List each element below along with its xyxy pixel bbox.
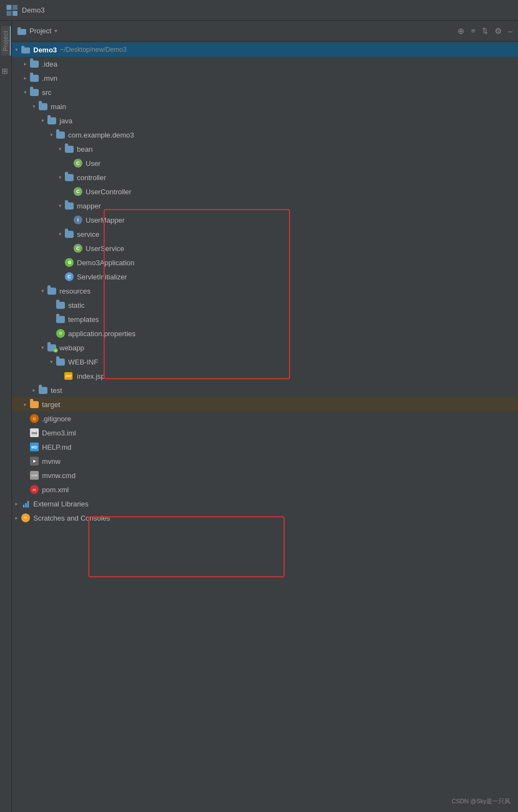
static-label: static xyxy=(68,301,85,309)
tree-item-scratches[interactable]: ✏ Scratches and Consoles xyxy=(12,511,518,525)
tree-item-bean[interactable]: bean xyxy=(12,142,518,156)
templates-label: templates xyxy=(68,315,99,324)
tree-item-test[interactable]: test xyxy=(12,383,518,397)
tree-item-root[interactable]: Demo3 ~/Desktop/new/Demo3 xyxy=(12,43,518,57)
user-label: User xyxy=(86,159,100,168)
main-label: main xyxy=(51,103,66,111)
tree-item-iml[interactable]: iml Demo3.iml xyxy=(12,426,518,440)
tree-item-appprops[interactable]: ⚙ application.properties xyxy=(12,326,518,341)
mvnwcmd-label: mvnw.cmd xyxy=(42,471,75,480)
servletinitializer-label: ServletInitializer xyxy=(77,273,127,281)
tree-item-mvnw[interactable]: ▶ mvnw xyxy=(12,454,518,468)
package-label: com.example.demo3 xyxy=(68,131,134,139)
panel-header: Project ▾ ⊕ ≡ ⇅ ⚙ – xyxy=(12,21,518,41)
webinf-label: WEB-INF xyxy=(68,358,98,366)
tree-item-extlibs[interactable]: External Libraries xyxy=(12,497,518,511)
scratches-label: Scratches and Consoles xyxy=(33,514,110,522)
mapper-label: mapper xyxy=(77,202,101,210)
tree-item-resources[interactable]: resources xyxy=(12,284,518,298)
mvn-label: .mvn xyxy=(42,74,57,82)
panel-folder-icon xyxy=(17,27,26,35)
settings-button[interactable]: ⚙ xyxy=(495,26,502,36)
java-label: java xyxy=(59,117,73,125)
tree-item-usermapper[interactable]: I UserMapper xyxy=(12,213,518,227)
tree-item-helpmd[interactable]: MD HELP.md xyxy=(12,440,518,454)
tree-item-target[interactable]: target xyxy=(12,397,518,411)
indexjsp-label: index.jsp xyxy=(77,372,105,380)
test-label: test xyxy=(51,386,62,395)
tree-item-pomxml[interactable]: m pom.xml xyxy=(12,482,518,497)
service-label: service xyxy=(77,230,99,238)
appprops-label: application.properties xyxy=(68,330,136,338)
title-bar: Demo3 xyxy=(0,0,518,21)
tree-item-usercontroller[interactable]: C UserController xyxy=(12,184,518,199)
svg-rect-1 xyxy=(13,5,17,10)
bean-label: bean xyxy=(77,145,93,153)
tree-item-mvn[interactable]: .mvn xyxy=(12,71,518,85)
usercontroller-label: UserController xyxy=(86,188,131,196)
tree-item-demo3app[interactable]: ⚙ Demo3Application xyxy=(12,255,518,270)
expand-collapse-button[interactable]: ⇅ xyxy=(482,27,488,35)
project-panel: Project ▾ ⊕ ≡ ⇅ ⚙ – xyxy=(12,21,518,812)
tree-item-mapper[interactable]: mapper xyxy=(12,199,518,213)
controller-label: controller xyxy=(77,174,106,182)
pomxml-label: pom.xml xyxy=(42,486,69,494)
userservice-label: UserService xyxy=(86,244,124,253)
tree-item-webinf[interactable]: WEB-INF xyxy=(12,355,518,369)
extlibs-label: External Libraries xyxy=(33,500,88,508)
gitignore-label: .gitignore xyxy=(42,415,71,423)
tree-item-mvnwcmd[interactable]: cmd mvnw.cmd xyxy=(12,468,518,482)
iml-label: Demo3.iml xyxy=(42,429,76,437)
svg-rect-7 xyxy=(21,46,25,49)
resources-label: resources xyxy=(59,287,91,295)
tree-item-idea[interactable]: .idea xyxy=(12,57,518,71)
helpmd-label: HELP.md xyxy=(42,443,71,451)
webapp-label: webapp xyxy=(59,344,85,352)
app-icon xyxy=(7,5,17,16)
structure-side-icon[interactable]: ⊞ xyxy=(2,67,10,75)
project-side-tab[interactable]: Project xyxy=(1,26,11,56)
tree-item-indexjsp[interactable]: JSP index.jsp xyxy=(12,369,518,383)
tree-item-templates[interactable]: templates xyxy=(12,312,518,326)
tree-item-main[interactable]: main xyxy=(12,99,518,114)
tree-item-servletinitializer[interactable]: C ServletInitializer xyxy=(12,270,518,284)
minimize-button[interactable]: – xyxy=(508,26,513,35)
demo3app-label: Demo3Application xyxy=(77,259,135,267)
root-path: ~/Desktop/new/Demo3 xyxy=(60,46,127,53)
side-tab-bar: Project ⊞ xyxy=(0,21,12,812)
svg-rect-0 xyxy=(7,5,11,10)
target-label: target xyxy=(42,401,60,409)
tree-item-service[interactable]: service xyxy=(12,227,518,241)
svg-rect-2 xyxy=(7,11,11,16)
dropdown-arrow-icon: ▾ xyxy=(55,28,57,34)
tree-item-gitignore[interactable]: G .gitignore xyxy=(12,411,518,426)
watermark: CSDN @Sky是一只风 xyxy=(451,797,510,805)
usermapper-label: UserMapper xyxy=(86,216,125,224)
mvnw-label: mvnw xyxy=(42,457,61,465)
panel-title[interactable]: Project ▾ xyxy=(29,27,57,35)
tree-item-webapp[interactable]: w webapp xyxy=(12,341,518,355)
idea-label: .idea xyxy=(42,60,57,68)
root-label: Demo3 xyxy=(33,46,57,54)
add-button[interactable]: ⊕ xyxy=(457,26,465,36)
tree-item-user[interactable]: C User xyxy=(12,156,518,170)
tree-item-java[interactable]: java xyxy=(12,114,518,128)
tree-item-src[interactable]: src xyxy=(12,85,518,99)
svg-rect-5 xyxy=(17,27,21,30)
tree-container: Demo3 ~/Desktop/new/Demo3 .idea .mvn xyxy=(12,41,518,812)
title-bar-text: Demo3 xyxy=(22,6,45,14)
tree-item-userservice[interactable]: C UserService xyxy=(12,241,518,255)
tree-item-controller[interactable]: controller xyxy=(12,170,518,184)
collapse-all-button[interactable]: ≡ xyxy=(471,27,475,35)
tree-item-package[interactable]: com.example.demo3 xyxy=(12,128,518,142)
src-label: src xyxy=(42,88,51,97)
tree-item-static[interactable]: static xyxy=(12,298,518,312)
svg-rect-3 xyxy=(13,11,17,16)
